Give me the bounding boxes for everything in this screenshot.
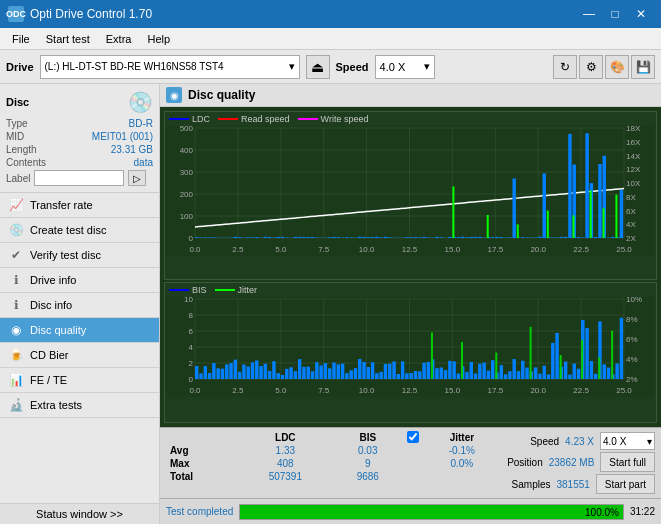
disc-length-key: Length bbox=[6, 144, 37, 155]
nav-transfer-rate[interactable]: 📈 Transfer rate bbox=[0, 193, 159, 218]
progress-bar-outer: 100.0% bbox=[239, 504, 624, 520]
ldc-legend-item: LDC bbox=[169, 114, 210, 124]
progress-percent: 100.0% bbox=[585, 506, 619, 517]
jitter-legend-label: Jitter bbox=[238, 285, 258, 295]
progress-bar-container: Test completed 100.0% 31:22 bbox=[160, 498, 661, 524]
nav-extra-tests[interactable]: 🔬 Extra tests bbox=[0, 393, 159, 418]
transfer-rate-icon: 📈 bbox=[8, 198, 24, 212]
bis-header: BIS bbox=[333, 430, 403, 444]
drive-select[interactable]: (L:) HL-DT-ST BD-RE WH16NS58 TST4 ▾ bbox=[40, 55, 300, 79]
main-area: Disc 💿 Type BD-R MID MEIT01 (001) Length… bbox=[0, 84, 661, 524]
avg-bis: 0.03 bbox=[333, 444, 403, 457]
cd-bier-icon: 🍺 bbox=[8, 348, 24, 362]
menubar: File Start test Extra Help bbox=[0, 28, 661, 50]
stats-table: LDC BIS Jitter Avg 1.33 0.03 bbox=[166, 430, 501, 496]
disc-type-key: Type bbox=[6, 118, 28, 129]
disc-label-input[interactable] bbox=[34, 170, 124, 186]
verify-test-disc-icon: ✔ bbox=[8, 248, 24, 262]
maximize-button[interactable]: □ bbox=[603, 4, 627, 24]
nav-create-test-disc[interactable]: 💿 Create test disc bbox=[0, 218, 159, 243]
nav-disc-info[interactable]: ℹ Disc info bbox=[0, 293, 159, 318]
app-icon: ODC bbox=[8, 6, 24, 22]
disc-contents-key: Contents bbox=[6, 157, 46, 168]
create-test-disc-icon: 💿 bbox=[8, 223, 24, 237]
bis-chart-canvas bbox=[165, 297, 654, 397]
app-title: Opti Drive Control 1.70 bbox=[30, 7, 152, 21]
write-speed-legend-item: Write speed bbox=[298, 114, 369, 124]
nav-fe-te[interactable]: 📊 FE / TE bbox=[0, 368, 159, 393]
write-speed-legend-label: Write speed bbox=[321, 114, 369, 124]
disc-label-btn[interactable]: ▷ bbox=[128, 170, 146, 186]
minimize-button[interactable]: — bbox=[577, 4, 601, 24]
read-speed-legend-label: Read speed bbox=[241, 114, 290, 124]
nav-extra-tests-label: Extra tests bbox=[30, 399, 82, 411]
eject-button[interactable]: ⏏ bbox=[306, 55, 330, 79]
disc-section: Disc 💿 Type BD-R MID MEIT01 (001) Length… bbox=[0, 84, 159, 193]
nav-drive-info[interactable]: ℹ Drive info bbox=[0, 268, 159, 293]
position-label: Position bbox=[507, 457, 543, 468]
ldc-legend-label: LDC bbox=[192, 114, 210, 124]
nav-items: 📈 Transfer rate 💿 Create test disc ✔ Ver… bbox=[0, 193, 159, 503]
speed-label: Speed bbox=[336, 61, 369, 73]
menu-help[interactable]: Help bbox=[139, 31, 178, 47]
settings-icon[interactable]: ⚙ bbox=[579, 55, 603, 79]
bis-legend-item: BIS bbox=[169, 285, 207, 295]
menu-file[interactable]: File bbox=[4, 31, 38, 47]
speed-select[interactable]: 4.0 X ▾ bbox=[375, 55, 435, 79]
total-label: Total bbox=[166, 470, 238, 483]
disc-length-row: Length 23.31 GB bbox=[6, 144, 153, 155]
disc-mid-val: MEIT01 (001) bbox=[92, 131, 153, 142]
skin-icon[interactable]: 🎨 bbox=[605, 55, 629, 79]
jitter-checkbox[interactable] bbox=[407, 431, 419, 443]
speed-stat-val: 4.23 X bbox=[565, 436, 594, 447]
nav-verify-test-disc[interactable]: ✔ Verify test disc bbox=[0, 243, 159, 268]
nav-cd-bier[interactable]: 🍺 CD Bier bbox=[0, 343, 159, 368]
nav-disc-quality[interactable]: ◉ Disc quality bbox=[0, 318, 159, 343]
speed-stat-select[interactable]: 4.0 X ▾ bbox=[600, 432, 655, 450]
max-jitter: 0.0% bbox=[423, 457, 502, 470]
nav-disc-info-label: Disc info bbox=[30, 299, 72, 311]
read-speed-legend-color bbox=[218, 118, 238, 120]
disc-type-val: BD-R bbox=[129, 118, 153, 129]
content-header: ◉ Disc quality bbox=[160, 84, 661, 107]
content-area: ◉ Disc quality LDC Read speed bbox=[160, 84, 661, 524]
samples-val: 381551 bbox=[556, 479, 589, 490]
status-window-btn[interactable]: Status window >> bbox=[0, 503, 159, 524]
time-text: 31:22 bbox=[630, 506, 655, 517]
disc-label-key: Label bbox=[6, 173, 30, 184]
bis-chart-legend: BIS Jitter bbox=[165, 283, 656, 297]
menu-extra[interactable]: Extra bbox=[98, 31, 140, 47]
nav-disc-quality-label: Disc quality bbox=[30, 324, 86, 336]
nav-drive-info-label: Drive info bbox=[30, 274, 76, 286]
max-bis: 9 bbox=[333, 457, 403, 470]
window-controls: — □ ✕ bbox=[577, 4, 653, 24]
start-part-button[interactable]: Start part bbox=[596, 474, 655, 494]
total-bis: 9686 bbox=[333, 470, 403, 483]
avg-jitter: -0.1% bbox=[423, 444, 502, 457]
disc-quality-icon: ◉ bbox=[8, 323, 24, 337]
total-jitter bbox=[423, 470, 502, 483]
refresh-icon[interactable]: ↻ bbox=[553, 55, 577, 79]
menu-start-test[interactable]: Start test bbox=[38, 31, 98, 47]
drive-info-icon: ℹ bbox=[8, 273, 24, 287]
jitter-legend-item: Jitter bbox=[215, 285, 258, 295]
start-full-button[interactable]: Start full bbox=[600, 452, 655, 472]
nav-create-test-disc-label: Create test disc bbox=[30, 224, 106, 236]
max-label: Max bbox=[166, 457, 238, 470]
save-icon[interactable]: 💾 bbox=[631, 55, 655, 79]
disc-mid-row: MID MEIT01 (001) bbox=[6, 131, 153, 142]
content-icon: ◉ bbox=[166, 87, 182, 103]
max-ldc: 408 bbox=[238, 457, 333, 470]
disc-section-title: Disc bbox=[6, 96, 29, 108]
disc-contents-val: data bbox=[134, 157, 153, 168]
nav-transfer-rate-label: Transfer rate bbox=[30, 199, 93, 211]
read-speed-legend-item: Read speed bbox=[218, 114, 290, 124]
samples-row: Samples 381551 Start part bbox=[512, 474, 655, 494]
write-speed-legend-color bbox=[298, 118, 318, 120]
progress-bar-inner bbox=[240, 505, 623, 519]
ldc-legend-color bbox=[169, 118, 189, 120]
close-button[interactable]: ✕ bbox=[629, 4, 653, 24]
disc-icon: 💿 bbox=[128, 90, 153, 114]
disc-type-row: Type BD-R bbox=[6, 118, 153, 129]
avg-ldc: 1.33 bbox=[238, 444, 333, 457]
